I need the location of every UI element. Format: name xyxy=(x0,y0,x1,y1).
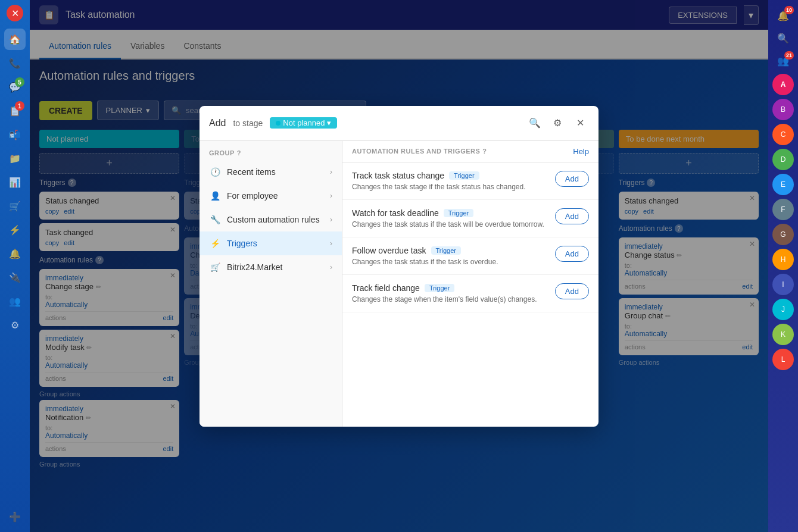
employee-chevron-icon: › xyxy=(330,192,332,200)
trigger-item-track-task-status: Track task status change Trigger Changes… xyxy=(342,162,598,200)
modal-right-panel: AUTOMATION RULES AND TRIGGERS ? Help Tra… xyxy=(342,141,598,427)
modal-header: Add to stage Not planned ▾ 🔍 ⚙ ✕ xyxy=(200,106,598,141)
group-header-label: GROUP ? xyxy=(200,146,342,160)
triggers-icon: ⚡ xyxy=(209,237,221,249)
avatar-4[interactable]: D xyxy=(772,149,794,170)
triggers-chevron-icon: › xyxy=(330,239,332,248)
stage-name: Not planned xyxy=(283,118,325,127)
stage-badge[interactable]: Not planned ▾ xyxy=(270,117,337,129)
trigger-item-watch-deadline: Watch for task deadline Trigger Changes … xyxy=(342,200,598,237)
modal-left-panel: GROUP ? 🕐 Recent items › 👤 For employee … xyxy=(200,141,342,427)
trigger-item-track-field: Track field change Trigger Changes the s… xyxy=(342,275,598,312)
modal-filter-icon-button[interactable]: ⚙ xyxy=(548,114,566,132)
recent-icon: 🕐 xyxy=(209,166,221,178)
avatar-3[interactable]: C xyxy=(772,124,794,145)
modal-to-stage-label: to stage xyxy=(233,118,263,128)
menu-item-market[interactable]: 🛒 Bitrix24.Market › xyxy=(200,255,342,279)
avatar-12[interactable]: L xyxy=(772,349,794,370)
sidebar-icon-integrations[interactable]: 🔌 xyxy=(4,267,26,288)
sidebar-icon-automation[interactable]: ⚡ xyxy=(4,219,26,240)
modal-body: GROUP ? 🕐 Recent items › 👤 For employee … xyxy=(200,141,598,427)
sidebar-icon-tasks[interactable]: 📋1 xyxy=(4,100,26,121)
modal-search-icon-button[interactable]: 🔍 xyxy=(526,114,544,132)
automation-rules-header-label: AUTOMATION RULES AND TRIGGERS ? xyxy=(352,148,487,155)
right-sidebar: 🔔10 🔍 👥21 A B C D E F G H I J K L xyxy=(768,0,798,532)
trigger-item-follow-overdue: Follow overdue task Trigger Changes the … xyxy=(342,237,598,275)
sidebar-icon-settings[interactable]: ⚙ xyxy=(4,314,26,336)
sidebar-icon-files[interactable]: 📁 xyxy=(4,148,26,169)
custom-icon: 🔧 xyxy=(209,214,221,226)
trigger-desc-2: Changes the task status if the task will… xyxy=(352,220,548,229)
trigger-badge-2: Trigger xyxy=(444,209,473,217)
trigger-add-button-4[interactable]: Add xyxy=(555,283,589,299)
avatar-2[interactable]: B xyxy=(772,99,794,120)
menu-item-triggers-label: Triggers xyxy=(227,239,257,248)
avatar-1[interactable]: A xyxy=(772,74,794,95)
sidebar-icon-mail[interactable]: 📬 xyxy=(4,124,26,145)
market-icon: 🛒 xyxy=(209,261,221,273)
sidebar-icon-contacts[interactable]: 👥 xyxy=(4,290,26,312)
avatar-11[interactable]: K xyxy=(772,324,794,345)
add-automation-modal: Add to stage Not planned ▾ 🔍 ⚙ ✕ GROUP ? xyxy=(200,106,598,427)
custom-chevron-icon: › xyxy=(330,215,332,224)
avatar-10[interactable]: J xyxy=(772,299,794,320)
trigger-info-3: Follow overdue task Trigger Changes the … xyxy=(352,246,548,266)
trigger-badge-3: Trigger xyxy=(431,246,461,255)
sidebar-icon-chat[interactable]: 💬5 xyxy=(4,76,26,98)
trigger-desc-3: Changes the task status if the task is o… xyxy=(352,258,548,266)
modal-title-add: Add xyxy=(209,118,226,129)
menu-item-triggers[interactable]: ⚡ Triggers › xyxy=(200,231,342,255)
trigger-name-3: Follow overdue task Trigger xyxy=(352,246,548,255)
notification-badge: 10 xyxy=(784,6,794,14)
menu-item-employee-label: For employee xyxy=(227,191,278,201)
menu-item-custom-label: Custom automation rules xyxy=(227,215,320,224)
sidebar-icon-add[interactable]: ➕ xyxy=(4,506,26,527)
trigger-name-4: Track field change Trigger xyxy=(352,283,548,293)
group-info-icon: ? xyxy=(237,149,241,157)
trigger-badge-1: Trigger xyxy=(449,171,479,180)
sidebar-icon-phone[interactable]: 📞 xyxy=(4,52,26,74)
trigger-add-button-2[interactable]: Add xyxy=(555,208,589,224)
trigger-add-button-3[interactable]: Add xyxy=(555,246,589,262)
menu-item-recent[interactable]: 🕐 Recent items › xyxy=(200,160,342,184)
modal-overlay: Add to stage Not planned ▾ 🔍 ⚙ ✕ GROUP ? xyxy=(30,0,768,532)
modal-right-header: AUTOMATION RULES AND TRIGGERS ? Help xyxy=(342,141,598,162)
menu-item-recent-label: Recent items xyxy=(227,167,276,177)
menu-item-employee[interactable]: 👤 For employee › xyxy=(200,184,342,208)
right-search-button[interactable]: 🔍 xyxy=(772,27,794,49)
sidebar-icon-notifications[interactable]: 🔔 xyxy=(4,243,26,264)
main-area: 📋 Task automation EXTENSIONS ▾ Automatio… xyxy=(30,0,768,532)
avatar-5[interactable]: E xyxy=(772,174,794,195)
trigger-name-2: Watch for task deadline Trigger xyxy=(352,208,548,218)
avatar-7[interactable]: G xyxy=(772,224,794,245)
trigger-name-1: Track task status change Trigger xyxy=(352,171,548,180)
trigger-desc-1: Changes the task stage if the task statu… xyxy=(352,183,548,191)
avatar-8[interactable]: H xyxy=(772,249,794,270)
trigger-info-1: Track task status change Trigger Changes… xyxy=(352,171,548,191)
trigger-add-button-1[interactable]: Add xyxy=(555,171,589,187)
avatar-6[interactable]: F xyxy=(772,199,794,220)
right-users-button[interactable]: 👥21 xyxy=(772,50,794,71)
menu-item-market-label: Bitrix24.Market xyxy=(227,262,282,272)
help-link[interactable]: Help xyxy=(573,147,589,156)
trigger-desc-4: Changes the stage when the item's field … xyxy=(352,295,548,303)
market-chevron-icon: › xyxy=(330,263,332,271)
users-badge: 21 xyxy=(784,51,794,60)
modal-close-button[interactable]: ✕ xyxy=(571,114,589,132)
left-sidebar: ✕ 🏠 📞 💬5 📋1 📬 📁 📊 🛒 ⚡ 🔔 🔌 👥 ⚙ ➕ xyxy=(0,0,30,532)
automation-rules-info-icon: ? xyxy=(482,148,487,155)
stage-chevron-icon: ▾ xyxy=(327,118,331,127)
trigger-badge-4: Trigger xyxy=(425,284,454,292)
sidebar-icon-home[interactable]: 🏠 xyxy=(4,29,26,50)
sidebar-icon-analytics[interactable]: 📊 xyxy=(4,171,26,193)
sidebar-icon-shop[interactable]: 🛒 xyxy=(4,195,26,217)
close-app-button[interactable]: ✕ xyxy=(7,5,23,21)
employee-icon: 👤 xyxy=(209,190,221,202)
recent-chevron-icon: › xyxy=(330,168,332,176)
trigger-info-2: Watch for task deadline Trigger Changes … xyxy=(352,208,548,229)
avatar-9[interactable]: I xyxy=(772,274,794,295)
right-notifications-button[interactable]: 🔔10 xyxy=(772,5,794,26)
menu-item-custom[interactable]: 🔧 Custom automation rules › xyxy=(200,208,342,231)
trigger-info-4: Track field change Trigger Changes the s… xyxy=(352,283,548,303)
